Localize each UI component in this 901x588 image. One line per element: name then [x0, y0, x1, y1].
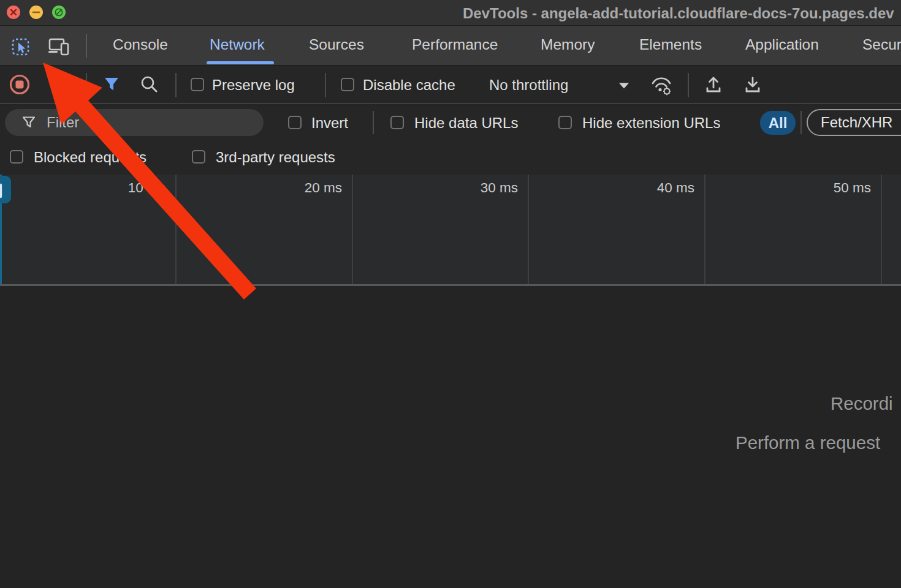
zoom-icon[interactable]: [52, 6, 66, 19]
timeline-gridline: [175, 175, 177, 284]
network-filter-bar: Invert Hide data URLs Hide extension URL…: [0, 105, 901, 140]
hide-extension-urls-label: Hide extension URLs: [582, 114, 720, 132]
devtools-tabbar: Console Network Sources Performance Memo…: [0, 26, 901, 66]
preserve-log-checkbox[interactable]: [191, 78, 204, 91]
tab-network[interactable]: Network: [210, 36, 265, 53]
overview-drag-handle[interactable]: [0, 176, 11, 203]
filter-input-container[interactable]: [5, 109, 264, 136]
overview-drag-grip: [0, 183, 2, 198]
request-type-all-button[interactable]: All: [760, 111, 796, 135]
timeline-tick-label: 40 ms: [643, 180, 694, 196]
filter-outline-icon: [21, 115, 37, 130]
tab-memory[interactable]: Memory: [541, 36, 595, 53]
export-har-icon[interactable]: [742, 74, 764, 96]
chevron-down-icon[interactable]: [618, 82, 630, 89]
window-titlebar: DevTools - angela-add-tutorial.cloudflar…: [0, 0, 901, 26]
preserve-log-label: Preserve log: [212, 76, 295, 94]
hide-data-urls-label: Hide data URLs: [414, 114, 518, 132]
toolbar-divider: [175, 73, 177, 97]
third-party-requests-checkbox[interactable]: [192, 150, 205, 164]
clear-icon[interactable]: [49, 74, 70, 95]
active-tab-underline: [207, 61, 274, 64]
tab-performance[interactable]: Performance: [412, 36, 498, 53]
toolbar-divider: [325, 73, 326, 97]
filter-divider: [800, 111, 802, 134]
import-har-icon[interactable]: [702, 74, 724, 96]
timeline-gridline: [528, 175, 529, 284]
search-icon[interactable]: [139, 74, 160, 95]
tab-elements[interactable]: Elements: [639, 36, 702, 53]
filter-input[interactable]: [47, 113, 255, 132]
throttling-select[interactable]: No throttling: [489, 76, 568, 94]
hide-extension-urls-checkbox[interactable]: [558, 116, 572, 129]
minimize-icon[interactable]: [29, 6, 43, 19]
request-type-fetch-xhr-button[interactable]: Fetch/XHR: [807, 109, 901, 136]
device-toolbar-icon[interactable]: [48, 37, 71, 57]
toolbar-divider: [86, 34, 87, 58]
toolbar-divider: [688, 73, 689, 97]
inspect-icon[interactable]: [10, 37, 31, 58]
window-title: DevTools - angela-add-tutorial.cloudflar…: [463, 5, 894, 22]
tab-console[interactable]: Console: [113, 36, 168, 53]
timeline-gridline: [704, 175, 705, 284]
toolbar-divider: [86, 73, 87, 97]
close-icon[interactable]: [7, 6, 20, 19]
record-icon[interactable]: [9, 74, 31, 96]
tab-application[interactable]: Application: [745, 36, 819, 53]
timeline-tick-label: 50 ms: [819, 180, 871, 196]
filter-funnel-icon[interactable]: [102, 75, 121, 94]
blocked-requests-label: Blocked requests: [34, 148, 146, 167]
network-overview-timeline[interactable]: 10 ms 20 ms 30 ms 40 ms 50 ms: [0, 175, 901, 286]
timeline-tick-label: 10 ms: [114, 180, 165, 196]
third-party-requests-label: 3rd-party requests: [216, 148, 335, 167]
filter-divider: [373, 111, 374, 134]
hide-data-urls-checkbox[interactable]: [390, 116, 404, 129]
timeline-tick-label: 30 ms: [466, 180, 518, 196]
tab-security[interactable]: Security: [862, 36, 901, 53]
invert-label: Invert: [311, 114, 348, 132]
tab-sources[interactable]: Sources: [309, 36, 364, 53]
network-conditions-icon[interactable]: [648, 73, 674, 97]
invert-checkbox[interactable]: [288, 116, 302, 129]
empty-state-line1: Recordi: [831, 393, 893, 414]
request-filters-row: Blocked requests 3rd-party requests: [0, 140, 901, 175]
timeline-tick-label: 20 ms: [291, 180, 342, 196]
timeline-gridline: [881, 175, 882, 284]
network-toolbar: Preserve log Disable cache No throttling: [0, 66, 901, 104]
disable-cache-checkbox[interactable]: [341, 78, 354, 91]
requests-table-empty-area: Recordi Perform a request: [0, 288, 901, 588]
blocked-requests-checkbox[interactable]: [10, 150, 23, 164]
empty-state-line2: Perform a request: [736, 432, 880, 453]
timeline-gridline: [352, 175, 353, 284]
disable-cache-label: Disable cache: [363, 76, 455, 94]
